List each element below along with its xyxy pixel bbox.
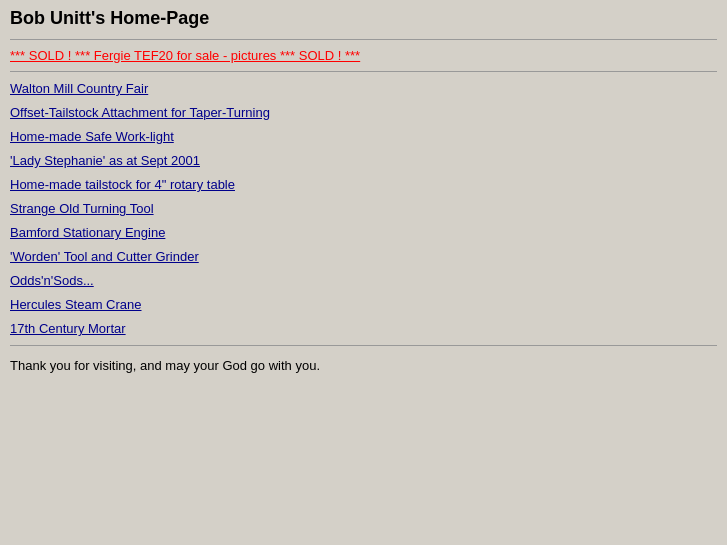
nav-link-offset-tailstock[interactable]: Offset-Tailstock Attachment for Taper-Tu… [10,105,717,120]
nav-link-tailstock-rotary[interactable]: Home-made tailstock for 4" rotary table [10,177,717,192]
divider-top [10,39,717,40]
nav-link-odds-sods[interactable]: Odds'n'Sods... [10,273,717,288]
nav-link-walton-mill[interactable]: Walton Mill Country Fair [10,81,717,96]
page-title: Bob Unitt's Home-Page [10,8,717,29]
nav-link-safe-worklight[interactable]: Home-made Safe Work-light [10,129,717,144]
nav-link-hercules-crane[interactable]: Hercules Steam Crane [10,297,717,312]
divider-footer [10,345,717,346]
nav-link-lady-stephanie[interactable]: 'Lady Stephanie' as at Sept 2001 [10,153,717,168]
nav-link-17th-mortar[interactable]: 17th Century Mortar [10,321,717,336]
nav-link-bamford-engine[interactable]: Bamford Stationary Engine [10,225,717,240]
nav-link-strange-turning-tool[interactable]: Strange Old Turning Tool [10,201,717,216]
featured-link[interactable]: *** SOLD ! *** Fergie TEF20 for sale - p… [10,48,717,63]
divider-featured [10,71,717,72]
footer-text: Thank you for visiting, and may your God… [10,358,717,373]
nav-links-section: Walton Mill Country Fair Offset-Tailstoc… [10,81,717,336]
nav-link-worden-grinder[interactable]: 'Worden' Tool and Cutter Grinder [10,249,717,264]
